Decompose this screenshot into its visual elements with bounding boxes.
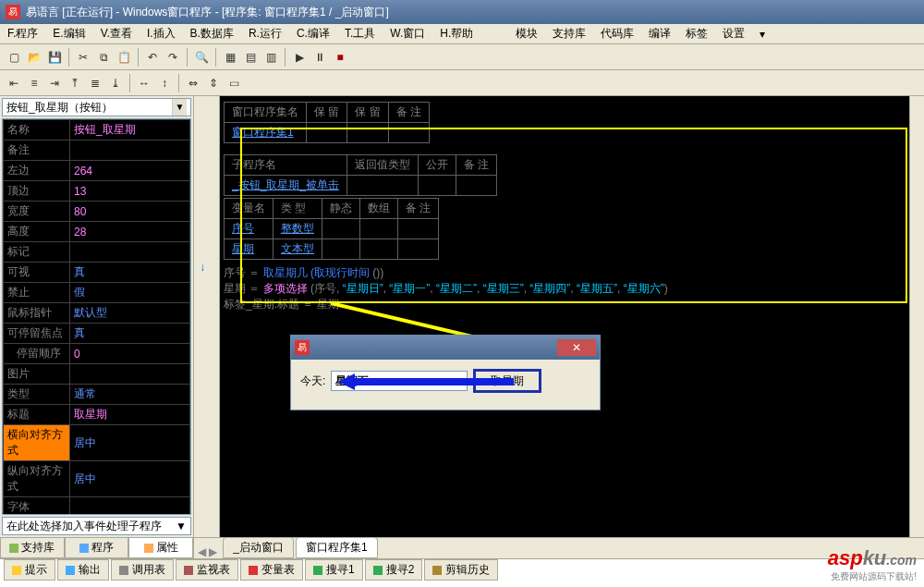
prop-value[interactable]: [70, 141, 190, 161]
align-top-icon[interactable]: ⤒: [65, 73, 85, 93]
undo-icon[interactable]: ↶: [142, 47, 163, 67]
menu-help[interactable]: H.帮助: [432, 26, 480, 42]
event-placeholder: 在此处选择加入事件处理子程序: [6, 519, 162, 534]
prop-value[interactable]: 真: [70, 324, 190, 344]
prop-key: 字体: [4, 497, 70, 516]
save-icon[interactable]: 💾: [44, 47, 65, 67]
prop-value[interactable]: [70, 364, 190, 385]
prop-value[interactable]: 默认型: [70, 303, 190, 324]
tab-search1[interactable]: 搜寻1: [305, 559, 363, 581]
prop-value[interactable]: 通常: [70, 385, 190, 405]
tab-properties[interactable]: 属性: [128, 538, 193, 558]
align-mid-icon[interactable]: ≣: [85, 73, 105, 93]
title-app: 易语言: [26, 5, 59, 20]
tab-program[interactable]: 程序: [65, 538, 129, 558]
prop-value[interactable]: 0: [70, 344, 190, 364]
align-center-icon[interactable]: ≡: [24, 73, 44, 93]
menu-settings[interactable]: 设置: [715, 26, 752, 42]
tab-output[interactable]: 输出: [57, 559, 109, 581]
pause-icon[interactable]: ⏸: [310, 47, 330, 67]
prop-value[interactable]: 13: [70, 181, 190, 202]
dist-v-icon[interactable]: ↕: [154, 73, 175, 93]
redo-icon[interactable]: ↷: [163, 47, 183, 67]
code-line-1: 序号 ＝ 取星期几 (取现行时间 ()): [224, 265, 918, 281]
dist-h-icon[interactable]: ↔: [134, 73, 154, 93]
menu-settings-arrow[interactable]: ▾: [752, 28, 772, 41]
weekday-output[interactable]: [331, 371, 468, 391]
menu-view[interactable]: V.查看: [93, 26, 140, 42]
prop-value[interactable]: 按钮_取星期: [70, 120, 190, 141]
stop-icon[interactable]: ■: [330, 47, 350, 67]
menu-edit[interactable]: E.编辑: [45, 26, 92, 42]
prop-value[interactable]: 假: [70, 283, 190, 303]
prop-value[interactable]: 居中: [70, 425, 190, 461]
menu-codebank[interactable]: 代码库: [593, 26, 641, 42]
runtime-window[interactable]: 易 ✕ 今天: 取星期: [290, 335, 601, 410]
layout2-icon[interactable]: ▤: [240, 47, 261, 67]
clipboard-icon: [432, 566, 442, 575]
menu-window[interactable]: W.窗口: [383, 26, 432, 42]
menu-insert[interactable]: I.插入: [140, 26, 183, 42]
search-icon: [373, 566, 383, 575]
doctab-startup[interactable]: _启动窗口: [223, 537, 294, 558]
same-w-icon[interactable]: ⇔: [183, 73, 203, 93]
menu-label[interactable]: 标签: [678, 26, 715, 42]
menu-tools[interactable]: T.工具: [337, 26, 383, 42]
open-icon[interactable]: 📂: [24, 47, 44, 67]
get-weekday-button[interactable]: 取星期: [473, 369, 541, 393]
runtime-titlebar[interactable]: 易 ✕: [291, 336, 600, 360]
run-icon[interactable]: ▶: [289, 47, 310, 67]
stack-icon: [119, 566, 128, 575]
chevron-down-icon[interactable]: ▼: [176, 520, 187, 532]
property-grid[interactable]: 名称按钮_取星期备注左边264顶边13宽度80高度28标记可视真禁止假鼠标指针默…: [2, 118, 191, 515]
app-icon: 易: [295, 340, 310, 355]
menu-module[interactable]: 模块: [508, 26, 545, 42]
prop-value[interactable]: 264: [70, 161, 190, 181]
prop-key: 名称: [4, 120, 70, 141]
align-left-icon[interactable]: ⇤: [4, 73, 24, 93]
tab-search2[interactable]: 搜寻2: [365, 559, 423, 581]
layout-icon[interactable]: ▦: [220, 47, 240, 67]
var-icon: [249, 566, 258, 575]
prop-value[interactable]: 居中: [70, 461, 190, 497]
menu-compile[interactable]: C.编译: [289, 26, 337, 42]
prop-value[interactable]: 28: [70, 222, 190, 242]
layout3-icon[interactable]: ▥: [261, 47, 281, 67]
breakpoint-arrow-icon[interactable]: ↓: [200, 261, 213, 274]
prop-value[interactable]: [70, 497, 190, 516]
copy-icon[interactable]: ⧉: [93, 47, 114, 67]
code-line-3: 标签_星期.标题 ＝ 星期: [224, 297, 918, 312]
chevron-down-icon[interactable]: ▼: [172, 99, 187, 116]
menu-database[interactable]: B.数据库: [183, 26, 241, 42]
object-combo[interactable]: 按钮_取星期（按钮） ▼: [2, 98, 191, 116]
paste-icon[interactable]: 📋: [114, 47, 134, 67]
menu-file[interactable]: F.程序: [0, 26, 45, 42]
prop-value[interactable]: 取星期: [70, 405, 190, 425]
prop-value[interactable]: 真: [70, 263, 190, 283]
prop-value[interactable]: 80: [70, 202, 190, 222]
event-combo[interactable]: 在此处选择加入事件处理子程序 ▼: [2, 517, 191, 535]
doctab-windowset1[interactable]: 窗口程序集1: [296, 537, 378, 558]
gutter: ↓: [194, 96, 220, 537]
cut-icon[interactable]: ✂: [73, 47, 93, 67]
menu-run[interactable]: R.运行: [241, 26, 289, 42]
tab-callstack[interactable]: 调用表: [111, 559, 174, 581]
same-h-icon[interactable]: ⇕: [203, 73, 224, 93]
find-icon[interactable]: 🔍: [191, 47, 212, 67]
tab-vars[interactable]: 变量表: [240, 559, 303, 581]
menu-lib[interactable]: 支持库: [545, 26, 593, 42]
tab-support-lib[interactable]: 支持库: [0, 538, 65, 558]
tab-cliphistory[interactable]: 剪辑历史: [424, 559, 498, 581]
code-editor[interactable]: ↓ 窗口程序集名保 留保 留备 注 窗口程序集1 子程序名返回值类型公开备 注 …: [194, 96, 924, 538]
tab-hint[interactable]: 提示: [4, 559, 55, 581]
prop-key: 宽度: [4, 202, 70, 222]
prop-value[interactable]: [70, 242, 190, 263]
same-size-icon[interactable]: ▭: [224, 73, 244, 93]
close-button[interactable]: ✕: [557, 339, 596, 356]
prop-key: 备注: [4, 141, 70, 161]
menu-build[interactable]: 编译: [641, 26, 678, 42]
tab-watch[interactable]: 监视表: [176, 559, 238, 581]
align-right-icon[interactable]: ⇥: [44, 73, 65, 93]
new-icon[interactable]: ▢: [4, 47, 24, 67]
align-bot-icon[interactable]: ⤓: [105, 73, 126, 93]
